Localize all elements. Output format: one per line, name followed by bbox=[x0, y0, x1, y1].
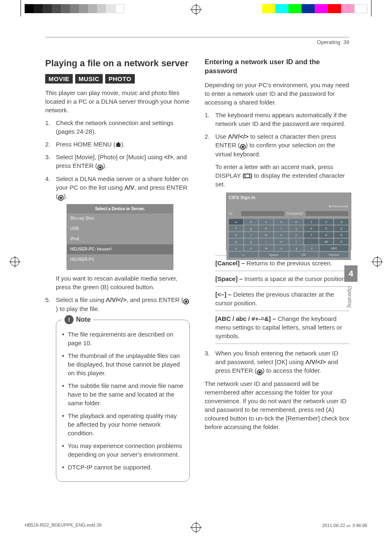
keyboard-screenshot: CIFS Sign In ■ Remember ID Password abcd… bbox=[226, 193, 351, 250]
enter-icon bbox=[257, 369, 263, 375]
note-box: ! Note The file requirements are describ… bbox=[56, 320, 190, 482]
device-list-screenshot: Select a Device or Server. Blu-ray Disc … bbox=[67, 204, 173, 270]
media-tags: MOVIE MUSIC PHOTO bbox=[45, 74, 190, 84]
tag-photo: PHOTO bbox=[105, 74, 135, 84]
crop-mark bbox=[21, 0, 21, 16]
right-outro: The network user ID and password will be… bbox=[205, 379, 349, 431]
tag-movie: MOVIE bbox=[45, 74, 73, 84]
step-1: Check the network connection and setting… bbox=[45, 118, 190, 136]
page-footer: HB516-RD2_BDEUPPK_ENG.indd 39 2011-06-22… bbox=[25, 522, 367, 529]
def-space: [Space] – Inserts a space at the cursor … bbox=[215, 271, 349, 286]
step-3: Select [Movie], [Photo] or [Music] using… bbox=[45, 153, 190, 170]
list-item: iPod bbox=[67, 234, 173, 244]
left-column: Playing a file on a network server MOVIE… bbox=[45, 58, 190, 482]
info-icon: ! bbox=[65, 315, 74, 324]
step-2: Press HOME MENU (). bbox=[45, 140, 190, 149]
note-item: The playback and operating quality may b… bbox=[62, 411, 184, 437]
footer-timestamp: 2011-06-22 ㏘ 3:46:06 bbox=[322, 522, 367, 529]
footer-file: HB516-RD2_BDEUPPK_ENG.indd 39 bbox=[25, 522, 101, 529]
enter-icon bbox=[240, 144, 246, 150]
registration-mark-top bbox=[191, 5, 201, 14]
enter-icon bbox=[97, 165, 103, 170]
note-item: The thumbnail of the unplayable files ca… bbox=[62, 351, 184, 377]
right-title: Entering a network user ID and the passw… bbox=[205, 58, 349, 76]
left-title: Playing a file on a network server bbox=[45, 58, 190, 69]
arrows-all: Λ/V/</> bbox=[228, 133, 249, 140]
page-content: Operating 39 Playing a file on a network… bbox=[45, 37, 349, 482]
list-item: Blu-ray Disc bbox=[67, 214, 173, 224]
list-item: HEUSER-PC: heuser\ bbox=[67, 244, 173, 255]
device-list-title: Select a Device or Server. bbox=[67, 204, 173, 214]
note-item: You may experience connection problems d… bbox=[62, 441, 184, 459]
def-abc: [ABC / abc / #+-=&] – Change the keyboar… bbox=[215, 311, 349, 344]
enter-icon bbox=[183, 299, 189, 304]
right-intro: Depending on your PC's environment, you … bbox=[205, 81, 349, 107]
list-item: USB bbox=[67, 224, 173, 234]
right-steps: The keyboard menu appears automatically … bbox=[205, 111, 349, 375]
rstep-1: The keyboard menu appears automatically … bbox=[205, 111, 349, 128]
header-page: 39 bbox=[344, 39, 349, 45]
home-icon bbox=[115, 142, 121, 147]
left-steps: Check the network connection and setting… bbox=[45, 118, 190, 313]
color-bar-left bbox=[25, 4, 124, 13]
header-section: Operating bbox=[317, 39, 340, 45]
step-5: Select a file using Λ/V/</>, and press E… bbox=[45, 295, 190, 313]
note-item: The subtitle file name and movie file na… bbox=[62, 381, 184, 407]
step-4: Select a DLNA media server or a share fo… bbox=[45, 174, 190, 291]
note-item: DTCP-IP cannot be supported. bbox=[62, 463, 184, 471]
color-bar-right bbox=[262, 4, 367, 13]
rstep-3: When you finish entering the network use… bbox=[205, 349, 349, 375]
right-column: Entering a network user ID and the passw… bbox=[205, 58, 349, 482]
arrows-lr: </> bbox=[164, 153, 173, 160]
side-tab-label: Operating bbox=[347, 286, 353, 308]
tag-music: MUSIC bbox=[75, 74, 103, 84]
note-title: Note bbox=[76, 316, 91, 323]
list-item: HEUSER-PC bbox=[67, 255, 173, 265]
kb-title: CIFS Sign In bbox=[226, 193, 351, 202]
arrows-all: Λ/V/</> bbox=[305, 358, 326, 365]
page-header: Operating 39 bbox=[45, 39, 349, 45]
keyboard-definitions: [Cancel] – Returns to the previous scree… bbox=[215, 255, 349, 344]
registration-mark-right bbox=[373, 257, 382, 266]
arrows-all: Λ/V/</> bbox=[106, 296, 127, 303]
arrows-ud: Λ/V bbox=[125, 184, 134, 191]
side-tab-number: 4 bbox=[344, 265, 357, 282]
note-item: The file requirements are described on p… bbox=[62, 330, 184, 347]
crop-mark bbox=[371, 0, 371, 16]
registration-mark-left bbox=[10, 257, 19, 266]
def-backspace: [<–] – Deletes the previous character at… bbox=[215, 286, 349, 311]
left-intro: This player can play movie, music and ph… bbox=[45, 88, 190, 114]
after-image-text: If you want to rescan available media se… bbox=[56, 274, 190, 291]
rstep-2: Use Λ/V/</> to select a character then p… bbox=[205, 132, 349, 344]
display-icon bbox=[244, 174, 250, 178]
enter-icon bbox=[58, 195, 64, 201]
